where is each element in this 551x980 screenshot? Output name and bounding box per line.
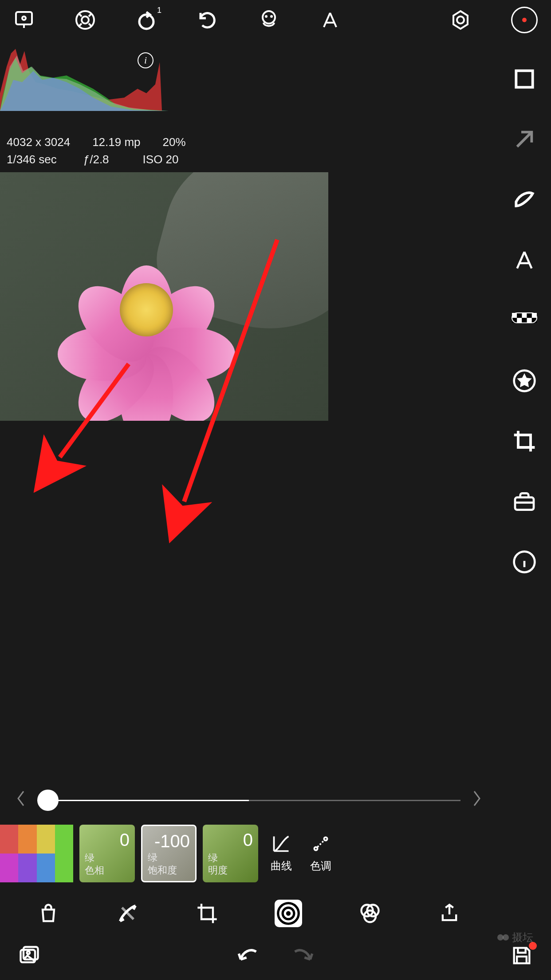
tile-luminance-value: 0 bbox=[208, 830, 253, 850]
info-icon-side[interactable] bbox=[512, 549, 537, 574]
tile-saturation-value: -100 bbox=[148, 831, 190, 851]
right-sidebar bbox=[498, 40, 551, 931]
crop-tool-icon[interactable] bbox=[196, 902, 219, 925]
meta-zoom: 20% bbox=[163, 135, 186, 149]
svg-rect-19 bbox=[517, 313, 522, 318]
photo-preview[interactable] bbox=[0, 172, 328, 421]
watermark: 摄坛 bbox=[497, 930, 533, 944]
svg-point-6 bbox=[266, 16, 267, 17]
record-button[interactable] bbox=[511, 7, 538, 33]
svg-point-34 bbox=[27, 951, 30, 954]
tile-luminance[interactable]: 0 绿 明度 bbox=[203, 825, 258, 882]
undo-icon[interactable] bbox=[197, 9, 218, 31]
color-adjust-tiles: 0 绿 色相 -100 绿 饱和度 0 绿 bbox=[0, 825, 498, 896]
slider-next-icon[interactable] bbox=[469, 790, 484, 811]
svg-point-37 bbox=[497, 934, 504, 940]
svg-point-7 bbox=[271, 16, 272, 17]
text-icon[interactable] bbox=[319, 9, 341, 31]
back-icon[interactable] bbox=[237, 944, 260, 967]
svg-point-8 bbox=[457, 16, 464, 24]
tile-hue[interactable]: 0 绿 色相 bbox=[79, 825, 135, 882]
image-metadata: 4032 x 3024 12.19 mp 20% 1/346 sec ƒ/2.8… bbox=[0, 133, 498, 172]
color-tool-icon[interactable] bbox=[358, 902, 382, 925]
slider-prev-icon[interactable] bbox=[13, 790, 28, 811]
color-picker-grid[interactable] bbox=[0, 825, 73, 882]
draw-icon[interactable] bbox=[512, 187, 537, 212]
svg-rect-25 bbox=[522, 318, 527, 323]
svg-point-13 bbox=[287, 912, 290, 914]
meta-shutter: 1/346 sec bbox=[7, 153, 57, 166]
svg-rect-0 bbox=[16, 12, 32, 24]
bottom-navbar bbox=[0, 931, 551, 980]
share-icon[interactable] bbox=[438, 902, 461, 925]
tile-saturation[interactable]: -100 绿 饱和度 bbox=[141, 825, 197, 882]
svg-point-9 bbox=[314, 847, 317, 850]
crop-icon[interactable] bbox=[512, 429, 537, 454]
svg-point-1 bbox=[22, 16, 26, 20]
gallery-icon[interactable] bbox=[18, 944, 41, 967]
svg-point-5 bbox=[263, 11, 275, 24]
svg-point-38 bbox=[503, 934, 509, 940]
arrow-icon[interactable] bbox=[512, 127, 537, 152]
settings-icon[interactable] bbox=[450, 9, 471, 31]
svg-rect-21 bbox=[527, 313, 532, 318]
tone-button[interactable]: 色调 bbox=[304, 834, 337, 873]
svg-point-10 bbox=[324, 837, 327, 840]
histogram[interactable] bbox=[0, 40, 169, 111]
bottom-tools bbox=[0, 896, 498, 931]
star-icon[interactable] bbox=[512, 368, 537, 393]
meta-aperture: ƒ/2.8 bbox=[83, 153, 109, 166]
saturation-slider[interactable] bbox=[37, 800, 460, 801]
rewind-icon[interactable]: 1 bbox=[136, 9, 157, 31]
meta-dimensions: 4032 x 3024 bbox=[7, 135, 70, 149]
brush-icon[interactable] bbox=[116, 902, 139, 925]
slider-handle[interactable] bbox=[37, 790, 59, 811]
info-icon[interactable]: i bbox=[138, 52, 153, 68]
frame-icon[interactable] bbox=[512, 67, 537, 91]
svg-rect-17 bbox=[516, 71, 532, 87]
toolbox-icon[interactable] bbox=[512, 489, 537, 514]
forward-icon[interactable] bbox=[291, 944, 314, 967]
meta-iso: ISO 20 bbox=[143, 153, 179, 166]
histogram-area: i bbox=[0, 40, 498, 133]
meta-megapixels: 12.19 mp bbox=[92, 135, 140, 149]
rewind-badge: 1 bbox=[157, 6, 161, 15]
pattern-icon[interactable] bbox=[512, 308, 537, 333]
tile-hue-value: 0 bbox=[85, 830, 130, 850]
save-icon[interactable] bbox=[510, 944, 533, 967]
svg-point-3 bbox=[82, 16, 89, 24]
svg-rect-20 bbox=[522, 313, 527, 318]
bag-icon[interactable] bbox=[37, 902, 60, 925]
svg-rect-26 bbox=[527, 318, 532, 323]
curves-button[interactable]: 曲线 bbox=[264, 834, 298, 873]
top-toolbar: 1 bbox=[0, 0, 551, 40]
text-tool-icon[interactable] bbox=[512, 248, 537, 273]
export-icon[interactable] bbox=[13, 9, 35, 31]
help-icon[interactable] bbox=[75, 9, 96, 31]
svg-rect-24 bbox=[517, 318, 522, 323]
face-icon[interactable] bbox=[258, 9, 279, 31]
adjust-tool-icon[interactable] bbox=[275, 900, 302, 927]
